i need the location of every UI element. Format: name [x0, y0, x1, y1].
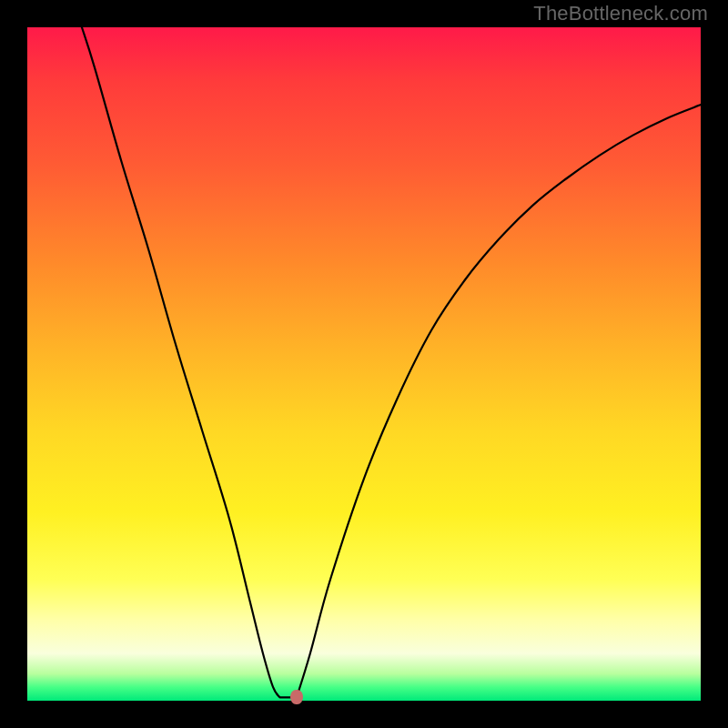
curve-path — [82, 27, 701, 697]
plot-area — [27, 27, 701, 701]
bottleneck-curve — [27, 27, 701, 701]
min-marker — [290, 690, 303, 704]
chart-frame: TheBottleneck.com — [0, 0, 728, 728]
watermark-text: TheBottleneck.com — [533, 2, 708, 25]
